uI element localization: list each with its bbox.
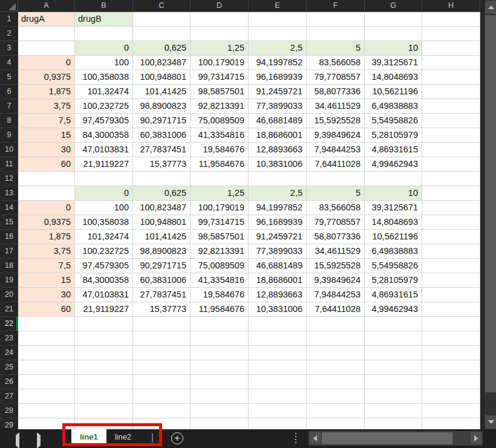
cell-A7[interactable]: 3,75	[18, 99, 75, 114]
cell-G4[interactable]: 39,3125671	[365, 56, 422, 70]
cell-G28[interactable]	[365, 404, 422, 418]
cell-B8[interactable]: 97,4579305	[75, 114, 133, 128]
column-header-C[interactable]: C	[133, 0, 191, 12]
cell-A4[interactable]: 0	[18, 56, 75, 70]
cell-G16[interactable]: 10,5621196	[365, 230, 422, 244]
row-header-5[interactable]: 5	[0, 70, 18, 85]
cell-F22[interactable]	[307, 317, 365, 331]
cell-F24[interactable]	[307, 346, 365, 360]
row-header-18[interactable]: 18	[0, 259, 18, 273]
cell-D3[interactable]: 1,25	[191, 41, 249, 56]
cell-F17[interactable]: 34,4611529	[307, 244, 365, 259]
cell-C12[interactable]	[133, 172, 191, 186]
cell-C22[interactable]	[133, 317, 191, 331]
row-header-16[interactable]: 16	[0, 230, 18, 244]
cell-F21[interactable]: 7,64411028	[307, 302, 365, 317]
scroll-left-button[interactable]	[310, 432, 321, 444]
cell-G3[interactable]: 10	[365, 41, 422, 56]
cell-A14[interactable]: 0	[18, 201, 75, 215]
cell-A19[interactable]: 15	[18, 273, 75, 288]
cell-G23[interactable]	[365, 331, 422, 346]
cell-B13[interactable]: 0	[75, 186, 133, 201]
cell-D27[interactable]	[191, 389, 249, 404]
cell-B19[interactable]: 84,3000358	[75, 273, 133, 288]
cell-C19[interactable]: 60,3831006	[133, 273, 191, 288]
cell-H21[interactable]	[422, 302, 480, 317]
cell-C10[interactable]: 27,7837451	[133, 143, 191, 157]
cell-H20[interactable]	[422, 288, 480, 302]
cell-H11[interactable]	[422, 157, 480, 172]
row-header-13[interactable]: 13	[0, 186, 18, 201]
cell-C16[interactable]: 101,41425	[133, 230, 191, 244]
cell-F27[interactable]	[307, 389, 365, 404]
cell-G29[interactable]	[365, 418, 422, 429]
cell-E9[interactable]: 18,8686001	[249, 128, 307, 143]
vertical-scrollbar-thumb[interactable]	[485, 15, 496, 392]
select-all-corner[interactable]	[0, 0, 18, 12]
cell-A9[interactable]: 15	[18, 128, 75, 143]
cell-G12[interactable]	[365, 172, 422, 186]
cell-E3[interactable]: 2,5	[249, 41, 307, 56]
column-header-D[interactable]: D	[191, 0, 249, 12]
horizontal-scrollbar-thumb[interactable]	[322, 432, 452, 444]
cell-B20[interactable]: 47,0103831	[75, 288, 133, 302]
cell-E26[interactable]	[249, 375, 307, 389]
cell-G10[interactable]: 4,86931615	[365, 143, 422, 157]
cell-A27[interactable]	[18, 389, 75, 404]
cell-B1[interactable]: drugB	[75, 12, 133, 27]
cell-A25[interactable]	[18, 360, 75, 375]
cell-H9[interactable]	[422, 128, 480, 143]
cell-C8[interactable]: 90,2971715	[133, 114, 191, 128]
cell-A13[interactable]	[18, 186, 75, 201]
cell-B3[interactable]: 0	[75, 41, 133, 56]
cell-B25[interactable]	[75, 360, 133, 375]
cell-D17[interactable]: 92,8213391	[191, 244, 249, 259]
column-header-H[interactable]: H	[422, 0, 480, 12]
row-header-17[interactable]: 17	[0, 244, 18, 259]
cell-A28[interactable]	[18, 404, 75, 418]
cell-F9[interactable]: 9,39849624	[307, 128, 365, 143]
cell-B17[interactable]: 100,232725	[75, 244, 133, 259]
cell-G6[interactable]: 10,5621196	[365, 85, 422, 99]
cell-F29[interactable]	[307, 418, 365, 429]
cell-E16[interactable]: 91,2459721	[249, 230, 307, 244]
cell-B12[interactable]	[75, 172, 133, 186]
cell-B29[interactable]	[75, 418, 133, 429]
cell-E28[interactable]	[249, 404, 307, 418]
cell-D28[interactable]	[191, 404, 249, 418]
cell-C15[interactable]: 100,948801	[133, 215, 191, 230]
cell-B6[interactable]: 101,32474	[75, 85, 133, 99]
cell-G27[interactable]	[365, 389, 422, 404]
cell-H19[interactable]	[422, 273, 480, 288]
cell-D2[interactable]	[191, 27, 249, 41]
cell-B5[interactable]: 100,358038	[75, 70, 133, 85]
cell-C11[interactable]: 15,37773	[133, 157, 191, 172]
cell-F12[interactable]	[307, 172, 365, 186]
row-header-7[interactable]: 7	[0, 99, 18, 114]
cell-A2[interactable]	[18, 27, 75, 41]
cell-E22[interactable]	[249, 317, 307, 331]
row-header-14[interactable]: 14	[0, 201, 18, 215]
cell-H7[interactable]	[422, 99, 480, 114]
cell-G1[interactable]	[365, 12, 422, 27]
cell-D20[interactable]: 19,584676	[191, 288, 249, 302]
cell-F8[interactable]: 15,5925528	[307, 114, 365, 128]
cell-D9[interactable]: 41,3354816	[191, 128, 249, 143]
cell-E10[interactable]: 12,8893663	[249, 143, 307, 157]
row-header-26[interactable]: 26	[0, 375, 18, 389]
cell-G24[interactable]	[365, 346, 422, 360]
cell-D6[interactable]: 98,5857501	[191, 85, 249, 99]
cell-C26[interactable]	[133, 375, 191, 389]
cell-C14[interactable]: 100,823487	[133, 201, 191, 215]
cell-F14[interactable]: 83,566058	[307, 201, 365, 215]
row-header-9[interactable]: 9	[0, 128, 18, 143]
cell-H28[interactable]	[422, 404, 480, 418]
tab-splitter-handle[interactable]	[295, 433, 296, 443]
horizontal-scrollbar[interactable]	[308, 431, 483, 446]
cell-E6[interactable]: 91,2459721	[249, 85, 307, 99]
cell-D29[interactable]	[191, 418, 249, 429]
cell-F15[interactable]: 79,7708557	[307, 215, 365, 230]
cell-B10[interactable]: 47,0103831	[75, 143, 133, 157]
cell-H6[interactable]	[422, 85, 480, 99]
cell-B11[interactable]: 21,9119227	[75, 157, 133, 172]
